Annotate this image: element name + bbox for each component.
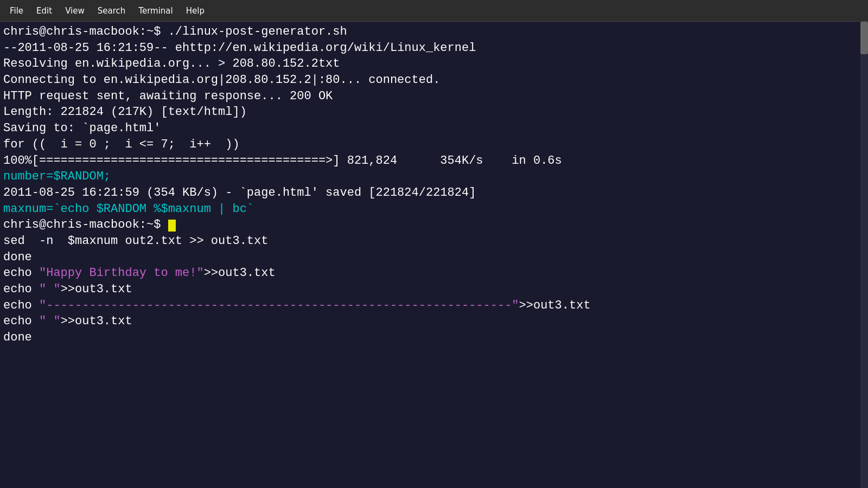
terminal-line: chris@chris-macbook:~$ ./linux-post-gene… bbox=[3, 24, 865, 40]
terminal-line: sed -n $maxnum out2.txt >> out3.txt bbox=[3, 233, 865, 249]
terminal-line: done bbox=[3, 330, 865, 346]
menu-edit[interactable]: Edit bbox=[31, 4, 58, 18]
scrollbar-thumb[interactable] bbox=[860, 22, 868, 54]
menu-search[interactable]: Search bbox=[92, 4, 131, 18]
terminal-line: echo " ">>out3.txt bbox=[3, 313, 865, 330]
terminal-line: HTTP request sent, awaiting response... … bbox=[3, 88, 865, 105]
cursor bbox=[168, 220, 176, 232]
terminal-line: Connecting to en.wikipedia.org|208.80.15… bbox=[3, 72, 865, 88]
terminal-line: Saving to: `page.html' bbox=[3, 120, 865, 137]
menu-view[interactable]: View bbox=[60, 4, 90, 18]
terminal-line: Resolving en.wikipedia.org... > 208.80.1… bbox=[3, 56, 865, 72]
terminal-line: for (( i = 0 ; i <= 7; i++ )) bbox=[3, 137, 865, 153]
terminal-line: Length: 221824 (217K) [text/html]) bbox=[3, 104, 865, 120]
terminal-line: --2011-08-25 16:21:59-- ehttp://en.wikip… bbox=[3, 40, 865, 56]
menu-bar: File Edit View Search Terminal Help bbox=[0, 0, 868, 22]
terminal-line: maxnum=`echo $RANDOM %$maxnum | bc` bbox=[3, 201, 865, 217]
menu-file[interactable]: File bbox=[4, 4, 29, 18]
menu-terminal[interactable]: Terminal bbox=[133, 4, 178, 18]
terminal-line: 2011-08-25 16:21:59 (354 KB/s) - `page.h… bbox=[3, 185, 865, 201]
terminal-line: echo "----------------------------------… bbox=[3, 298, 865, 314]
terminal-body[interactable]: chris@chris-macbook:~$ ./linux-post-gene… bbox=[0, 22, 868, 488]
terminal-line: chris@chris-macbook:~$ bbox=[3, 217, 865, 233]
scrollbar[interactable] bbox=[860, 22, 868, 488]
terminal-line: echo " ">>out3.txt bbox=[3, 281, 865, 298]
terminal-line: 100%[===================================… bbox=[3, 153, 865, 169]
terminal-line: done bbox=[3, 249, 865, 266]
terminal-line: number=$RANDOM; bbox=[3, 169, 865, 185]
menu-help[interactable]: Help bbox=[181, 4, 210, 18]
terminal-line: echo "Happy Birthday to me!">>out3.txt bbox=[3, 265, 865, 281]
